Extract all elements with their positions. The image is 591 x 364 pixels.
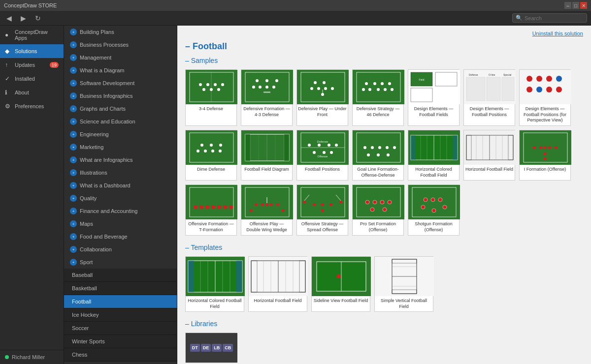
sidebar-item-about[interactable]: ℹ About	[0, 86, 64, 99]
svg-point-132	[199, 205, 203, 209]
card-field-diagram[interactable]: Football Field Diagram	[241, 130, 293, 181]
refresh-button[interactable]: ↻	[33, 13, 43, 24]
card-def-strat-46[interactable]: Defensive Strategy — 46 Defence	[352, 69, 404, 126]
card-img-fielddiag	[241, 130, 293, 165]
mid-item-dashboard[interactable]: + What is a Dashboard	[64, 179, 177, 192]
lib-card-positions[interactable]: DT DE LB CB	[185, 333, 237, 363]
card-label-defstrat46: Defensive Strategy — 46 Defence	[353, 104, 403, 120]
card-design-fields[interactable]: Field Design Elements — Football Fields	[408, 69, 460, 126]
mid-item-maps[interactable]: + Maps	[64, 217, 177, 230]
svg-point-35	[384, 88, 387, 91]
svg-point-25	[331, 87, 334, 90]
section-title[interactable]: – Football	[185, 41, 583, 52]
card-def-play[interactable]: Defensive Play — Under Front	[296, 69, 348, 126]
mid-item-infographics-biz[interactable]: + Business Infographics	[64, 90, 177, 102]
card-3-4-defense[interactable]: 3-4 Defense	[185, 69, 237, 126]
sport-sub-icehockey[interactable]: Ice Hockey	[64, 308, 177, 322]
svg-point-125	[548, 146, 551, 149]
mid-item-what-infographics[interactable]: + What are Infographics	[64, 153, 177, 166]
svg-point-36	[391, 88, 394, 91]
card-goal-line[interactable]: Goal Line Formation-Offense-Defense	[352, 130, 404, 181]
mid-item-software[interactable]: + Software Development	[64, 77, 177, 90]
mid-item-finance[interactable]: + Finance and Accounting	[64, 205, 177, 217]
svg-point-96	[378, 146, 381, 149]
template-sideline[interactable]: Sideline View Football Field	[311, 256, 370, 312]
card-shotgun[interactable]: Shotgun Formation (Offense)	[408, 184, 460, 235]
mid-item-diagram[interactable]: + What is a Diagram	[64, 64, 177, 77]
card-img-proset	[353, 185, 404, 219]
sport-sub-basketball[interactable]: Basketball	[64, 282, 177, 295]
sidebar-item-updates[interactable]: ↑ Updates 19	[0, 58, 64, 72]
mid-item-illustrations[interactable]: + Illustrations	[64, 166, 177, 179]
sport-sub-winter[interactable]: Winter Sports	[64, 335, 177, 348]
mid-item-sport[interactable]: + Sport	[64, 256, 177, 269]
templates-header[interactable]: – Templates	[185, 243, 583, 251]
svg-point-94	[363, 146, 366, 149]
svg-point-137	[229, 205, 233, 209]
card-dime-defense[interactable]: Dime Defense	[185, 130, 237, 181]
card-design-perspective[interactable]: Design Elements — Football Positions (fo…	[519, 69, 571, 126]
svg-point-66	[211, 150, 214, 152]
mid-item-management[interactable]: + Management	[64, 51, 177, 64]
mid-panel: + Building Plans + Business Processes + …	[64, 26, 177, 364]
close-button[interactable]: ✕	[580, 2, 587, 9]
svg-point-131	[194, 205, 197, 209]
minimize-button[interactable]: –	[564, 2, 571, 9]
uninstall-link[interactable]: Uninstall this solution	[532, 30, 583, 36]
card-off-spread[interactable]: Offensive Strategy — Spread Offense	[296, 184, 348, 235]
card-design-positions[interactable]: Defense O-line Special Design Elements —…	[463, 69, 515, 126]
user-name: Richard Miller	[12, 354, 45, 360]
svg-point-95	[371, 146, 374, 149]
card-img-defplay	[297, 70, 349, 104]
maximize-button[interactable]: □	[572, 2, 579, 9]
card-horiz-colored[interactable]: Horizontal Colored Football Field	[408, 130, 460, 181]
card-label-defplay: Defensive Play — Under Front	[297, 104, 348, 120]
template-horiz-colored[interactable]: Horizontal Colored Football Field	[185, 256, 244, 312]
svg-point-124	[544, 146, 547, 149]
mid-item-graphs[interactable]: + Graphs and Charts	[64, 102, 177, 115]
card-def-form-4-3[interactable]: Defensive Formation — 4-3 Defense	[241, 69, 293, 126]
svg-point-69	[210, 144, 213, 147]
card-football-positions[interactable]: Defense Offense Football Positions	[296, 130, 348, 181]
sport-sub-soccer[interactable]: Soccer	[64, 322, 177, 335]
sidebar-item-installed[interactable]: ✓ Installed	[0, 72, 64, 86]
svg-point-140	[255, 203, 258, 206]
sidebar-item-apps[interactable]: ● ConceptDraw Apps	[0, 26, 64, 44]
card-off-t[interactable]: Offensive Formation — T-Formation	[185, 184, 237, 235]
svg-point-163	[388, 200, 392, 204]
card-label-goalline: Goal Line Formation-Offense-Defense	[353, 165, 403, 180]
libraries-header[interactable]: – Libraries	[185, 320, 583, 328]
mid-item-business-processes[interactable]: + Business Processes	[64, 38, 177, 51]
mid-item-marketing[interactable]: + Marketing	[64, 141, 177, 153]
svg-point-123	[539, 146, 542, 149]
card-img-horizcolored	[408, 130, 460, 165]
mid-item-quality[interactable]: + Quality	[64, 192, 177, 205]
card-horiz-white[interactable]: Horizontal Football Field	[463, 130, 515, 181]
sidebar-item-preferences[interactable]: ⚙ Preferences	[0, 99, 64, 113]
mid-item-collaboration[interactable]: + Collaboration	[64, 243, 177, 256]
svg-point-38	[373, 82, 376, 85]
template-horiz-white[interactable]: Horizontal Football Field	[248, 256, 307, 312]
sport-sub-baseball[interactable]: Baseball	[64, 269, 177, 282]
sidebar-item-solutions[interactable]: ◆ Solutions	[0, 44, 64, 58]
card-img-footballpos: Defense Offense	[297, 130, 349, 165]
card-i-formation[interactable]: I Formation (Offense)	[519, 130, 571, 181]
card-off-wing[interactable]: Offensive Play — Double Wing Wedge	[241, 184, 293, 235]
svg-rect-176	[188, 261, 194, 292]
mid-item-food[interactable]: + Food and Beverage	[64, 230, 177, 243]
mid-item-science[interactable]: + Science and Education	[64, 115, 177, 128]
back-button[interactable]: ◀	[4, 13, 14, 24]
svg-point-171	[421, 205, 425, 209]
svg-point-150	[303, 201, 306, 204]
mid-item-engineering[interactable]: + Engineering	[64, 128, 177, 141]
search-input[interactable]	[525, 15, 584, 21]
samples-header[interactable]: – Samples	[185, 57, 583, 64]
template-vertical[interactable]: Simple Vertical Football Field	[374, 256, 433, 312]
card-pro-set[interactable]: Pro Set Formation (Offense)	[352, 184, 404, 235]
forward-button[interactable]: ▶	[18, 13, 29, 24]
mid-item-building-plans[interactable]: + Building Plans	[64, 26, 177, 38]
svg-point-39	[381, 82, 384, 85]
svg-point-3	[199, 83, 202, 86]
sport-sub-chess[interactable]: Chess	[64, 348, 177, 362]
sport-sub-football[interactable]: Football	[64, 295, 177, 308]
